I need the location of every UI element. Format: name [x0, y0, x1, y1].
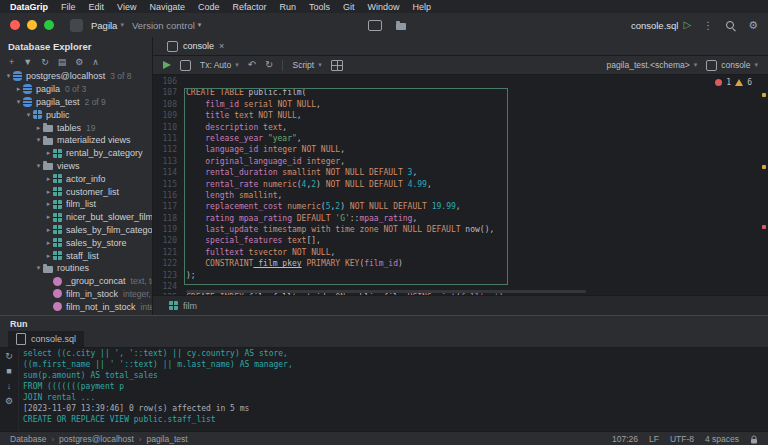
filter-icon[interactable]: ▼ [23, 58, 32, 67]
menu-tools[interactable]: Tools [309, 2, 330, 12]
chevron-right-icon[interactable]: ▸ [44, 149, 53, 157]
console-icon[interactable]: ▤ [58, 58, 67, 67]
tree-item-materialized views[interactable]: ▾materialized views [0, 134, 152, 147]
terminal-icon[interactable] [368, 20, 382, 31]
search-icon[interactable] [725, 20, 736, 31]
run-tab-console-sql[interactable]: console.sql [8, 331, 84, 347]
code-line[interactable]: 111 release_year "year", [153, 134, 768, 145]
lock-icon[interactable] [750, 435, 758, 444]
menu-run[interactable]: Run [279, 2, 296, 12]
chevron-right-icon[interactable]: ▸ [44, 239, 53, 247]
menu-navigate[interactable]: Navigate [149, 2, 185, 12]
close-button[interactable] [10, 20, 20, 30]
minimize-button[interactable] [27, 20, 37, 30]
code-line[interactable]: 123); [153, 271, 768, 282]
horizontal-scrollbar[interactable] [186, 290, 586, 293]
rollback-icon[interactable]: ↶ [248, 60, 256, 70]
inspections-widget[interactable]: 1 6 [715, 78, 752, 87]
console-history-icon[interactable] [180, 60, 191, 71]
menu-view[interactable]: View [117, 2, 136, 12]
tree-item-sales_by_store[interactable]: ▸sales_by_store [0, 236, 152, 249]
chevron-right-icon[interactable]: ▸ [44, 252, 53, 260]
settings-gear-icon[interactable]: ⚙ [748, 20, 758, 31]
menu-edit[interactable]: Edit [89, 2, 105, 12]
tree-item-customer_list[interactable]: ▸customer_list [0, 185, 152, 198]
tree-item-public[interactable]: ▾public [0, 108, 152, 121]
down-icon[interactable]: ↓ [7, 381, 12, 391]
maximize-button[interactable] [44, 20, 54, 30]
menu-git[interactable]: Git [343, 2, 355, 12]
error-stripe[interactable] [760, 75, 768, 295]
menu-datagrip[interactable]: DataGrip [10, 2, 48, 12]
code-line[interactable]: 106 [153, 77, 768, 88]
tree-item-routines[interactable]: ▾routines [0, 262, 152, 275]
tree-item-film_list[interactable]: ▸film_list [0, 198, 152, 211]
editor-tab-console[interactable]: console × [159, 37, 232, 55]
error-stripe-mark[interactable] [762, 225, 766, 229]
more-actions-icon[interactable]: ⋮ [703, 20, 713, 31]
breadcrumb-item[interactable]: film [183, 301, 197, 311]
tree-item-staff_list[interactable]: ▸staff_list [0, 249, 152, 262]
tree-item-sales_by_film_category[interactable]: ▸sales_by_film_category [0, 224, 152, 237]
menu-refactor[interactable]: Refactor [232, 2, 266, 12]
tree-item-rental_by_category[interactable]: ▸rental_by_category [0, 147, 152, 160]
code-line[interactable]: 125CREATE INDEX film_fulltext_idx ON pub… [153, 293, 768, 295]
code-line[interactable]: 120 special_features text[], [153, 236, 768, 247]
status-widget[interactable]: 4 spaces [705, 434, 739, 444]
gear-icon[interactable]: ⚙ [5, 396, 13, 406]
code-line[interactable]: 109 title text NOT NULL, [153, 111, 768, 122]
chevron-right-icon[interactable]: ▸ [44, 175, 53, 183]
console-output[interactable]: select ((c.city || ', '::text) || cy.cou… [19, 348, 768, 432]
stop-icon[interactable]: ■ [6, 366, 11, 376]
code-line[interactable]: 112 language_id integer NOT NULL, [153, 145, 768, 156]
chevron-down-icon[interactable]: ▾ [34, 162, 43, 170]
code-line[interactable]: 121 fulltext tsvector NOT NULL, [153, 248, 768, 259]
menu-file[interactable]: File [61, 2, 76, 12]
code-line[interactable]: 115 rental_rate numeric(4,2) NOT NULL DE… [153, 180, 768, 191]
chevron-down-icon[interactable]: ▾ [14, 98, 23, 106]
chevron-right-icon[interactable]: ▸ [44, 213, 53, 221]
code-line[interactable]: 118 rating mpaa_rating DEFAULT 'G'::mpaa… [153, 214, 768, 225]
tree-item-film_in_stock[interactable]: film_in_stockinteger, integer [0, 288, 152, 301]
chevron-down-icon[interactable]: ▾ [34, 136, 43, 144]
chevron-right-icon[interactable]: ▸ [44, 200, 53, 208]
execute-button[interactable] [163, 61, 171, 69]
status-widget[interactable]: LF [649, 434, 659, 444]
code-line[interactable]: 119 last_update timestamp with time zone… [153, 225, 768, 236]
tree-item-_group_concat[interactable]: _group_concattext, text [0, 275, 152, 288]
warning-stripe-mark[interactable] [762, 93, 766, 97]
code-line[interactable]: 116 length smallint, [153, 191, 768, 202]
tree-item-film_not_in_stock[interactable]: film_not_in_stockinteger, in [0, 300, 152, 313]
run-configuration-widget[interactable]: console.sql ▷ [631, 20, 691, 31]
code-line[interactable]: 110 description text, [153, 123, 768, 134]
chevron-right-icon[interactable]: ▸ [44, 188, 53, 196]
chevron-down-icon[interactable]: ▾ [4, 72, 13, 80]
chevron-right-icon[interactable]: ▸ [44, 226, 53, 234]
refresh-icon[interactable]: ↻ [265, 60, 273, 70]
project-widget[interactable]: Pagila ▾ [91, 20, 124, 31]
warning-stripe-mark[interactable] [762, 165, 766, 169]
tx-mode-dropdown[interactable]: Tx: Auto ▾ [200, 60, 239, 70]
tree-item-views[interactable]: ▾views [0, 160, 152, 173]
rerun-icon[interactable]: ↻ [5, 351, 13, 361]
refresh-icon[interactable]: ↻ [41, 58, 49, 67]
code-line[interactable]: 107CREATE TABLE public.film( [153, 88, 768, 99]
chevron-right-icon[interactable]: ▸ [34, 124, 43, 132]
status-widget[interactable]: UTF-8 [670, 434, 694, 444]
run-panel-title[interactable]: Run [0, 316, 768, 331]
chevron-down-icon[interactable]: ▾ [24, 111, 33, 119]
chevron-down-icon[interactable]: ▾ [34, 264, 43, 272]
code-line[interactable]: 108 film_id serial NOT NULL, [153, 100, 768, 111]
code-editor[interactable]: 106107CREATE TABLE public.film(108 film_… [153, 75, 768, 295]
code-line[interactable]: 117 replacement_cost numeric(5,2) NOT NU… [153, 202, 768, 213]
tree-item-pagila[interactable]: ▸pagila0 of 3 [0, 83, 152, 96]
tree-item-postgres@localhost[interactable]: ▾postgres@localhost3 of 8 [0, 70, 152, 83]
menu-window[interactable]: Window [368, 2, 400, 12]
collapse-icon[interactable]: ∧ [92, 58, 99, 67]
code-line[interactable]: 122 CONSTRAINT film_pkey PRIMARY KEY(fil… [153, 259, 768, 270]
tree-item-nicer_but_slower_film_list[interactable]: ▸nicer_but_slower_film_list [0, 211, 152, 224]
menu-help[interactable]: Help [413, 2, 432, 12]
tree-item-pagila_test[interactable]: ▾pagila_test2 of 9 [0, 96, 152, 109]
close-tab-icon[interactable]: × [219, 41, 224, 51]
status-widget[interactable]: 107:26 [612, 434, 638, 444]
